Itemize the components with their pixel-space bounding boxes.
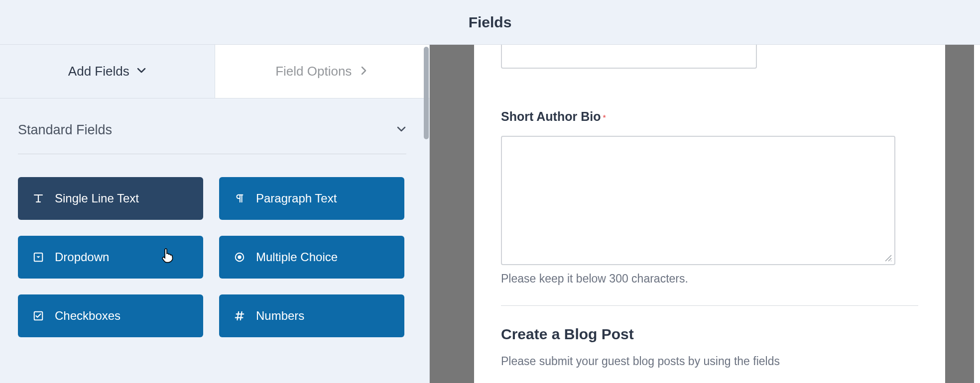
tab-field-options[interactable]: Field Options xyxy=(215,45,430,98)
divider xyxy=(501,305,918,306)
field-card-multiple-choice[interactable]: Multiple Choice xyxy=(219,236,404,279)
card-label: Single Line Text xyxy=(55,192,139,205)
field-cards-grid: Single Line Text Paragraph Text Dropdown xyxy=(18,177,406,337)
main-layout: Add Fields Field Options Standard Fields xyxy=(0,45,980,383)
svg-point-2 xyxy=(238,255,241,259)
card-label: Numbers xyxy=(256,309,304,323)
card-label: Checkboxes xyxy=(55,309,121,323)
card-label: Paragraph Text xyxy=(256,192,337,205)
section-title: Standard Fields xyxy=(18,122,112,138)
field-label-row: Short Author Bio* xyxy=(501,109,918,124)
page-header: Fields xyxy=(0,0,980,45)
card-label: Multiple Choice xyxy=(256,250,338,264)
left-panel: Add Fields Field Options Standard Fields xyxy=(0,45,430,383)
chevron-down-icon xyxy=(136,64,146,79)
checkbox-icon xyxy=(32,309,45,322)
field-helper-text: Please keep it below 300 characters. xyxy=(501,272,918,286)
paragraph-icon xyxy=(233,192,246,205)
field-card-paragraph-text[interactable]: Paragraph Text xyxy=(219,177,404,220)
tab-label: Field Options xyxy=(275,64,352,79)
field-card-checkboxes[interactable]: Checkboxes xyxy=(18,294,203,337)
text-input[interactable] xyxy=(501,45,757,69)
field-card-dropdown[interactable]: Dropdown xyxy=(18,236,203,279)
cursor-pointer-icon xyxy=(161,248,175,264)
preview-pane: Short Author Bio* Please keep it below 3… xyxy=(430,45,980,383)
tab-add-fields[interactable]: Add Fields xyxy=(0,45,215,98)
chevron-right-icon xyxy=(359,64,368,79)
section-description: Please submit your guest blog posts by u… xyxy=(501,355,918,368)
textarea-input[interactable] xyxy=(501,136,895,265)
page-title: Fields xyxy=(469,14,512,31)
section-header[interactable]: Standard Fields xyxy=(18,122,406,154)
required-asterisk: * xyxy=(603,114,606,122)
hash-icon xyxy=(233,309,246,322)
field-card-numbers[interactable]: Numbers xyxy=(219,294,404,337)
field-label: Short Author Bio xyxy=(501,109,601,123)
radio-icon xyxy=(233,251,246,264)
tab-label: Add Fields xyxy=(68,64,129,79)
resize-handle-icon[interactable] xyxy=(884,254,892,262)
chevron-down-icon xyxy=(396,124,406,136)
scrollbar-thumb[interactable] xyxy=(424,47,429,139)
text-cursor-icon xyxy=(32,192,45,205)
standard-fields-section: Standard Fields Single Line Text Para xyxy=(0,98,429,337)
section-heading: Create a Blog Post xyxy=(501,326,918,343)
card-label: Dropdown xyxy=(55,250,109,264)
field-short-author-bio: Short Author Bio* Please keep it below 3… xyxy=(501,109,918,286)
preview-edge xyxy=(974,45,980,383)
scrollbar[interactable] xyxy=(423,45,430,383)
form-preview: Short Author Bio* Please keep it below 3… xyxy=(474,45,945,383)
dropdown-icon xyxy=(32,251,45,264)
tabs: Add Fields Field Options xyxy=(0,45,429,98)
field-card-single-line-text[interactable]: Single Line Text xyxy=(18,177,203,220)
